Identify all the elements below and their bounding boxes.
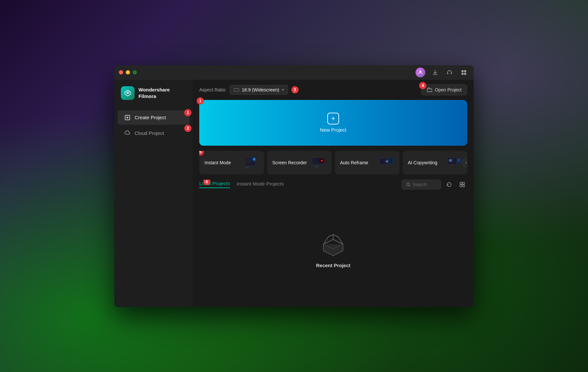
search-box[interactable]: Search [402, 180, 441, 189]
content-area: Aspect Ratio: 16:9 (Widescreen) ▾ 3 4 [193, 80, 474, 307]
new-project-plus-icon: + [327, 113, 339, 124]
svg-rect-2 [451, 73, 452, 74]
cloud-project-icon [124, 130, 131, 137]
apps-grid-icon[interactable] [459, 68, 468, 77]
svg-rect-25 [463, 182, 465, 184]
create-project-wrapper: Create Project 1 [118, 110, 189, 125]
svg-rect-4 [464, 70, 466, 72]
create-project-label: Create Project [135, 115, 166, 120]
title-bar [114, 65, 474, 80]
feature-card-instant-mode[interactable]: Instant Mode [199, 151, 264, 174]
svg-rect-8 [234, 88, 239, 91]
ai-copywriting-image: AI [445, 155, 462, 170]
svg-rect-22 [457, 158, 461, 164]
sidebar-item-cloud-project[interactable]: Cloud Project 2 [118, 126, 189, 140]
svg-rect-10 [246, 159, 252, 163]
app-name: Wondershare Filmora [139, 87, 170, 99]
empty-box-icon [318, 231, 348, 257]
new-project-label: New Project [320, 127, 347, 133]
projects-tools: Search [402, 180, 467, 189]
refresh-button[interactable] [444, 180, 454, 189]
aspect-badge: 3 [291, 86, 299, 93]
projects-empty-state: Recent Project [193, 193, 474, 307]
create-project-badge: 1 [184, 109, 191, 116]
feature-cards-badge: 5 [199, 151, 204, 155]
tab-instant-mode-projects[interactable]: Instant Mode Projects [237, 181, 284, 188]
svg-rect-19 [389, 157, 393, 164]
close-button[interactable] [119, 70, 123, 74]
svg-rect-26 [460, 185, 462, 187]
app-logo-icon [121, 86, 135, 100]
recent-project-label: Recent Project [316, 263, 350, 268]
open-project-label: Open Project [435, 87, 462, 92]
svg-rect-17 [315, 166, 318, 167]
svg-rect-27 [463, 185, 465, 187]
title-bar-actions [416, 68, 468, 77]
avatar[interactable] [416, 68, 425, 77]
auto-reframe-image [377, 155, 394, 170]
svg-rect-6 [464, 73, 466, 75]
chevron-down-icon: ▾ [282, 88, 284, 92]
create-project-icon [124, 114, 131, 121]
cloud-project-badge: 2 [184, 125, 191, 132]
svg-rect-24 [460, 182, 462, 184]
aspect-ratio-label: Aspect Ratio: [199, 87, 226, 92]
cloud-project-label: Cloud Project [135, 130, 164, 136]
toolbar: Aspect Ratio: 16:9 (Widescreen) ▾ 3 4 [193, 80, 474, 100]
instant-mode-image [242, 155, 259, 170]
auto-reframe-label: Auto Reframe [340, 160, 368, 165]
projects-badge: 6 [203, 180, 210, 186]
svg-rect-5 [462, 73, 464, 75]
screen-recorder-label: Screen Recorder [272, 160, 307, 165]
grid-view-button[interactable] [457, 180, 467, 189]
svg-point-0 [419, 71, 421, 73]
feature-card-ai-copywriting[interactable]: AI Copywriting AI [403, 151, 467, 174]
sidebar-item-create-project[interactable]: Create Project 1 [118, 110, 189, 125]
main-layout: Wondershare Filmora Create Project 1 [114, 80, 474, 307]
instant-mode-label: Instant Mode [204, 160, 231, 165]
maximize-button[interactable] [133, 70, 137, 74]
projects-tabs-row: 6 Local Projects Instant Mode Projects S… [193, 180, 474, 193]
screen-recorder-image [309, 155, 326, 170]
new-project-banner[interactable]: 1 + New Project [199, 100, 467, 146]
new-project-badge: 1 [197, 97, 204, 105]
feature-card-screen-recorder[interactable]: Screen Recorder [267, 151, 332, 174]
svg-point-16 [321, 160, 323, 162]
svg-point-23 [407, 183, 410, 186]
traffic-lights [119, 70, 137, 74]
minimize-button[interactable] [126, 70, 130, 74]
headset-icon[interactable] [445, 68, 454, 77]
app-window: Wondershare Filmora Create Project 1 [114, 65, 474, 307]
feature-card-auto-reframe[interactable]: Auto Reframe [335, 151, 400, 174]
cloud-project-wrapper: Cloud Project 2 [118, 126, 189, 140]
sidebar: Wondershare Filmora Create Project 1 [114, 80, 193, 307]
aspect-ratio-group: Aspect Ratio: 16:9 (Widescreen) ▾ 3 [199, 85, 299, 95]
download-icon[interactable] [431, 68, 440, 77]
ai-copywriting-label: AI Copywriting [408, 160, 437, 165]
projects-tabs: 6 Local Projects Instant Mode Projects [199, 181, 284, 188]
svg-rect-12 [245, 167, 249, 168]
projects-section: 6 Local Projects Instant Mode Projects S… [193, 180, 474, 307]
svg-rect-1 [447, 73, 448, 74]
search-placeholder: Search [413, 182, 427, 187]
open-project-badge: 4 [419, 82, 426, 89]
svg-text:AI: AI [449, 159, 452, 162]
svg-rect-3 [462, 70, 464, 72]
sidebar-logo: Wondershare Filmora [114, 86, 193, 110]
feature-cards-row: 5 Instant Mode Scre [199, 151, 467, 174]
open-project-button[interactable]: 4 Open Project [421, 84, 467, 95]
aspect-ratio-select[interactable]: 16:9 (Widescreen) ▾ [230, 85, 288, 95]
aspect-ratio-value: 16:9 (Widescreen) [242, 87, 279, 92]
